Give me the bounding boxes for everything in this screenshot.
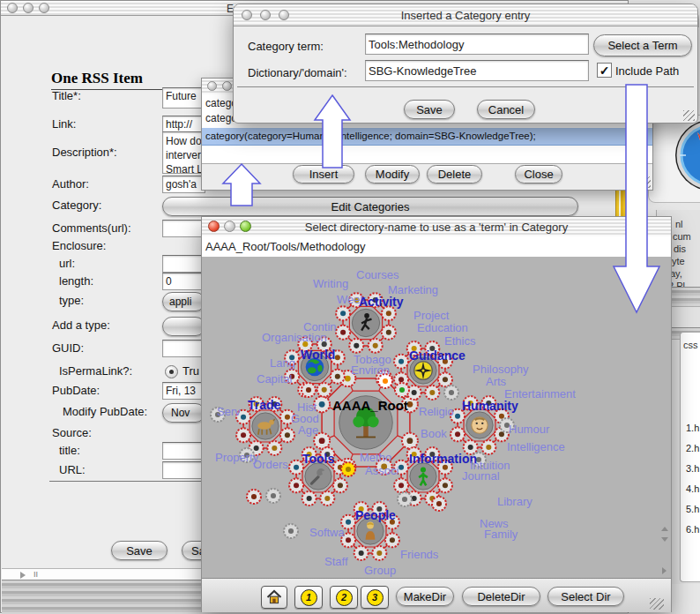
file-list-item[interactable]: 3.h	[686, 463, 699, 474]
file-list-item[interactable]: 4.h	[686, 483, 699, 494]
close-button-pill[interactable]: Close	[515, 165, 562, 183]
field-input-author[interactable]: gosh'a	[162, 176, 205, 193]
tree-label-Property[interactable]: Property	[215, 451, 258, 464]
field-input-pubdate[interactable]: Fri, 13	[162, 382, 205, 400]
save-button[interactable]: Save	[111, 541, 168, 560]
scroll-right-icon[interactable]	[20, 572, 26, 579]
level-1-button[interactable]: 1	[294, 586, 323, 609]
satellite-node	[289, 478, 303, 492]
tree-label-Book[interactable]: Book	[421, 427, 447, 440]
close-button[interactable]	[207, 81, 217, 91]
field-button-modifypubdate[interactable]: Nov	[162, 403, 205, 423]
field-input-title[interactable]: Future	[162, 87, 205, 109]
file-list-item[interactable]: 6.h	[686, 524, 699, 535]
modify-button[interactable]: Modify	[365, 165, 420, 183]
resize-grip[interactable]	[650, 598, 664, 610]
tree-label-Journal[interactable]: Journal	[462, 469, 500, 483]
dictionary-domain-label: Dictionary/'domain':	[248, 66, 347, 79]
tree-label-Group[interactable]: Group	[364, 564, 396, 577]
file-list-item[interactable]: 1.h	[686, 423, 699, 433]
selectdir-button[interactable]: Select Dir	[547, 587, 624, 606]
tree-label-Orders[interactable]: Orders	[253, 458, 288, 471]
field-input-length[interactable]: 0	[162, 273, 205, 290]
minimize-button[interactable]	[23, 3, 34, 13]
file-list-item[interactable]: 2.h	[686, 443, 699, 453]
field-popup-addatype[interactable]	[162, 317, 205, 336]
tree-window-titlebar[interactable]: Select directory-name to use as a 'term'…	[202, 217, 671, 237]
tree-label-Guidance[interactable]: Guidance	[409, 348, 465, 363]
field-label-url: URL:	[59, 463, 86, 476]
tree-label-Tools[interactable]: Tools	[302, 452, 334, 466]
tree-label-Education[interactable]: Education	[417, 321, 468, 334]
sliver-text: cum	[673, 231, 691, 242]
field-input-commentsurl[interactable]	[162, 220, 205, 237]
close-button[interactable]	[7, 3, 18, 13]
zoom-button[interactable]	[39, 3, 49, 13]
tree-label-Information[interactable]: Information	[409, 452, 477, 466]
dialog-save-button[interactable]: Save	[404, 100, 455, 119]
level-3-button[interactable]: 3	[361, 586, 389, 609]
tree-label-Staff[interactable]: Staff	[324, 555, 348, 568]
level-2-button[interactable]: 2	[330, 586, 358, 609]
satellite-node	[394, 478, 408, 492]
insert-button[interactable]: Insert	[293, 165, 354, 183]
select-a-term-button[interactable]: Select a Term	[593, 34, 692, 56]
tree-label-Humanity[interactable]: Humanity	[462, 399, 518, 413]
scroll-down-icon[interactable]	[661, 537, 668, 542]
tree-label-Project[interactable]: Project	[413, 309, 449, 322]
tree-label-Philosophy[interactable]: Philosophy	[473, 363, 529, 376]
minimize-button[interactable]	[222, 81, 232, 91]
tree-label-Lang[interactable]: Lang	[270, 356, 295, 370]
field-input-link[interactable]: http://	[162, 116, 205, 133]
tree-label-Age[interactable]: Age	[298, 423, 318, 437]
file-list-item[interactable]: 5.h	[686, 504, 699, 514]
dialog-cancel-button[interactable]: Cancel	[477, 100, 535, 119]
category-term-input[interactable]: Tools:Methodology	[365, 34, 589, 55]
satellite-node	[247, 490, 261, 504]
dialog-titlebar[interactable]: Inserted a Category entry	[234, 4, 697, 26]
resize-grip[interactable]	[639, 176, 651, 188]
tree-label-Family[interactable]: Family	[484, 528, 518, 541]
edit-categories-button[interactable]: Edit Categories	[162, 197, 578, 216]
deletedir-button[interactable]: DeleteDir	[462, 587, 540, 606]
dictionary-domain-input[interactable]: SBG-KnowledgeTree	[365, 60, 589, 81]
field-input-url[interactable]	[162, 461, 205, 479]
satellite-node	[438, 478, 452, 492]
makedir-button[interactable]: MakeDir	[396, 587, 454, 606]
field-input-description[interactable]: How dointerverSmart L	[162, 131, 205, 174]
tree-canvas[interactable]: CoursesWritingMarketingWeekActivityProje…	[202, 257, 671, 578]
field-label-enclosure: Enclosure:	[52, 239, 106, 252]
tree-label-Religio[interactable]: Religio	[419, 405, 454, 418]
tree-label-Courses[interactable]: Courses	[356, 268, 398, 281]
field-input-guid[interactable]	[162, 340, 205, 357]
tree-label-Environ[interactable]: Environ	[351, 363, 390, 377]
tree-label-Organisation[interactable]: Organisation	[262, 331, 327, 344]
field-input-url[interactable]	[162, 255, 205, 273]
field-input-title[interactable]	[162, 442, 205, 460]
ispermalink-radio[interactable]	[165, 365, 178, 378]
tree-label-Library[interactable]: Library	[497, 495, 532, 508]
home-button[interactable]	[261, 586, 287, 609]
scroll-right-icon[interactable]	[662, 567, 666, 574]
field-popup-type[interactable]: appli	[162, 292, 205, 311]
tree-label-Ethics[interactable]: Ethics	[444, 334, 475, 348]
tree-label-Humour[interactable]: Humour	[509, 423, 549, 436]
tree-label-Trade[interactable]: Trade	[248, 398, 280, 412]
tree-label-Activity[interactable]: Activity	[359, 295, 404, 309]
tree-label-Metho[interactable]: Metho	[360, 451, 391, 464]
include-path-checkbox[interactable]: ✓	[597, 63, 612, 78]
tree-label-Serv[interactable]: Serv	[217, 405, 241, 418]
delete-button[interactable]: Delete	[427, 165, 482, 183]
category-row-selected[interactable]: category(category=Humanity:Intelligence;…	[202, 128, 652, 146]
tree-label-Associ[interactable]: Associ	[365, 464, 398, 477]
tree-label-Friends[interactable]: Friends	[400, 548, 438, 561]
resize-grip[interactable]	[683, 110, 695, 121]
tree-label-Writing[interactable]: Writing	[313, 277, 348, 290]
scroll-up-icon[interactable]	[661, 527, 668, 531]
tree-label-Softwa[interactable]: Softwa	[309, 526, 345, 539]
tree-label-People[interactable]: People	[355, 508, 396, 522]
tree-label-Capital[interactable]: Capital	[257, 372, 292, 386]
tree-label-Arts[interactable]: Arts	[486, 375, 506, 388]
tree-label-World[interactable]: World	[301, 348, 335, 362]
tree-label-Intelligence[interactable]: Intelligence	[507, 440, 565, 453]
